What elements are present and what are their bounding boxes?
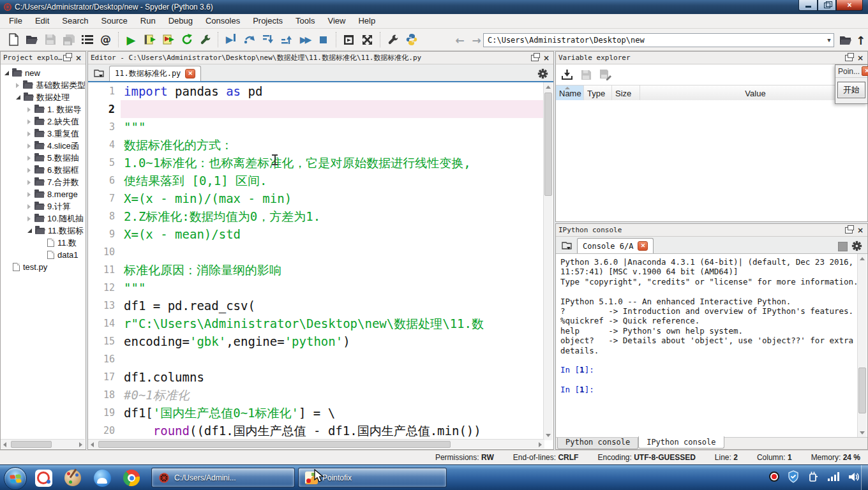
expander-collapsed-icon[interactable] [27, 144, 31, 149]
tree-item[interactable]: 8.merge [1, 188, 85, 200]
expander-expanded-icon[interactable] [16, 95, 20, 100]
column-header-name[interactable]: Name [556, 85, 584, 101]
tab-ipython-console[interactable]: IPython console [638, 436, 724, 449]
code-line[interactable]: 12""" [88, 279, 544, 297]
project-hscrollbar[interactable] [1, 439, 85, 449]
expander-expanded-icon[interactable] [4, 71, 9, 75]
column-header-size[interactable]: Size [612, 85, 640, 101]
tree-item[interactable]: 3.重复值 [1, 128, 85, 140]
expander-expanded-icon[interactable] [27, 228, 32, 233]
code-line[interactable]: 15encoding='gbk',engine='python') [88, 332, 544, 350]
open-file-button[interactable] [22, 31, 41, 48]
browse-tabs-button[interactable] [558, 239, 575, 253]
run-cell-advance-button[interactable] [159, 31, 177, 48]
expander-collapsed-icon[interactable] [27, 180, 31, 185]
stop-debug-button[interactable] [314, 31, 333, 48]
run-button[interactable]: ▶ [122, 31, 140, 48]
tab-close-icon[interactable]: ✕ [185, 69, 195, 78]
menu-consoles[interactable]: Consoles [199, 14, 246, 28]
save-data-as-button[interactable] [599, 69, 611, 80]
code-line[interactable]: 18#0~1标准化 [88, 386, 544, 404]
expander-collapsed-icon[interactable] [27, 107, 31, 112]
code-line[interactable]: 9X=(x - mean)/std [88, 225, 544, 243]
code-area[interactable]: 1import pandas as pd23"""4数据标准化的方式：51.0~… [88, 82, 544, 440]
code-line[interactable]: 10 [88, 243, 544, 261]
menu-debug[interactable]: Debug [162, 14, 199, 28]
column-header-type[interactable]: Type [584, 85, 612, 101]
re-run-button[interactable] [177, 31, 196, 48]
import-data-button[interactable] [561, 69, 573, 80]
save-all-button[interactable] [59, 31, 78, 48]
tree-item[interactable]: 5.数据抽 [1, 152, 85, 164]
power-plug-icon[interactable] [807, 471, 819, 482]
expander-collapsed-icon[interactable] [27, 168, 31, 173]
pinned-paint-button[interactable] [63, 469, 82, 487]
code-line[interactable]: 20 round((df1.国内生产总值 - df1.国内生产总值.min()) [88, 422, 544, 440]
column-header-value[interactable]: Value [640, 85, 867, 101]
tree-item[interactable]: 10.随机抽 [1, 212, 85, 225]
close-pane-icon[interactable]: × [857, 54, 864, 62]
tab-python-console[interactable]: Python console [557, 438, 638, 449]
expander-collapsed-icon[interactable] [27, 119, 31, 124]
pinned-browser-button[interactable] [93, 469, 112, 487]
code-line[interactable]: 51.0~1标准化：也称离差标准化，它是对原始数据进行线性变换, [88, 154, 544, 172]
back-button[interactable]: ← [451, 31, 469, 49]
code-line[interactable]: 11标准化原因：消除量纲的影响 [88, 261, 544, 279]
undock-icon[interactable] [531, 55, 539, 61]
working-directory-combobox[interactable]: C:\Users\Administrator\Desktop\new ▼ [483, 33, 834, 47]
menu-tools[interactable]: Tools [289, 14, 321, 28]
expander-collapsed-icon[interactable] [27, 192, 31, 197]
tree-item[interactable]: 9.计算 [1, 200, 85, 212]
pointofix-close-icon[interactable]: ✕ [862, 66, 868, 76]
code-line[interactable]: 14r"C:\Users\Administrator\Desktop\new\数… [88, 315, 544, 332]
tree-item[interactable]: 11.数据标 [1, 225, 85, 237]
tree-item[interactable]: 11.数 [1, 237, 85, 249]
chevron-down-icon[interactable]: ▼ [825, 37, 834, 43]
run-configure-button[interactable] [196, 31, 214, 48]
code-line[interactable]: 2 [88, 100, 544, 118]
restore-button[interactable] [818, 0, 836, 11]
menu-run[interactable]: Run [134, 14, 162, 28]
browse-tabs-button[interactable] [91, 66, 107, 80]
volume-icon[interactable] [848, 471, 860, 482]
editor-vscrollbar[interactable] [543, 82, 553, 440]
tree-item[interactable]: test.py [1, 261, 85, 273]
console-vscrollbar[interactable] [857, 254, 867, 438]
maximize-pane-button[interactable] [340, 31, 358, 48]
fullscreen-button[interactable] [358, 31, 377, 48]
expander-collapsed-icon[interactable] [27, 156, 31, 161]
minimize-button[interactable] [798, 0, 818, 11]
variable-table-body[interactable] [556, 100, 867, 221]
tree-item[interactable]: 2.缺失值 [1, 115, 85, 128]
run-cell-button[interactable] [140, 31, 159, 48]
tree-item[interactable]: 基础数据类型 [1, 79, 85, 91]
tab-close-icon[interactable]: ✕ [638, 241, 648, 251]
step-button[interactable] [240, 31, 258, 48]
menu-edit[interactable]: Edit [29, 14, 56, 28]
interrupt-kernel-button[interactable] [838, 242, 848, 251]
console-tab[interactable]: Console 6/A ✕ [577, 238, 654, 253]
pointofix-titlebar[interactable]: Poin... ✕ [835, 65, 867, 78]
file-switcher-button[interactable] [78, 31, 96, 48]
expander-collapsed-icon[interactable] [27, 204, 31, 209]
menu-projects[interactable]: Projects [246, 14, 289, 28]
code-line[interactable]: 3""" [88, 118, 544, 136]
pinned-app-button[interactable] [34, 469, 53, 487]
menu-view[interactable]: View [321, 14, 352, 28]
tree-item[interactable]: data1 [1, 249, 85, 261]
taskbar-button-spyder[interactable]: C:/Users/Admini... [151, 468, 295, 487]
network-signal-icon[interactable] [827, 471, 840, 482]
debug-button[interactable]: ▶ [221, 31, 240, 48]
close-pane-icon[interactable]: × [75, 54, 82, 62]
code-line[interactable]: 17df1.columns [88, 368, 544, 386]
undock-icon[interactable] [845, 55, 853, 61]
recording-tray-icon[interactable] [769, 471, 779, 482]
code-line[interactable]: 82.Z标准化:数据均值为0，方差为1. [88, 207, 544, 225]
expander-collapsed-icon[interactable] [16, 83, 19, 88]
code-line[interactable]: 1import pandas as pd [88, 82, 544, 100]
tree-item[interactable]: 数据处理 [1, 91, 85, 103]
menu-file[interactable]: File [3, 14, 29, 28]
find-in-files-button[interactable]: @ [96, 31, 115, 48]
editor-hscrollbar[interactable] [88, 439, 544, 449]
python-env-button[interactable] [402, 31, 421, 48]
